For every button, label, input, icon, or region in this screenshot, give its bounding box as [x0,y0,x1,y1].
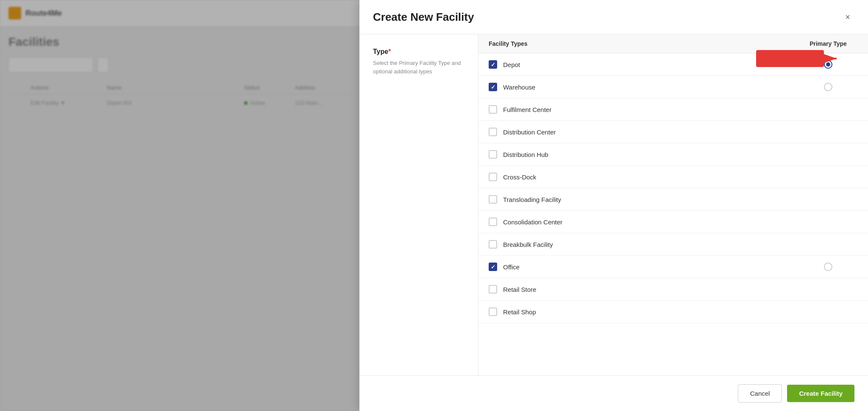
facility-type-row-left: Distribution Hub [489,150,798,159]
facility-type-row: Distribution Hub [479,143,868,166]
modal-title: Create New Facility [373,11,474,24]
facility-type-name: Retail Shop [503,308,536,316]
facility-type-checkbox[interactable] [489,128,497,136]
close-button[interactable]: × [841,10,854,24]
facility-type-checkbox[interactable] [489,60,497,69]
facility-type-radio[interactable] [824,83,832,91]
facility-type-row-left: Consolidation Center [489,218,798,226]
facility-type-row: Retail Store [479,278,868,301]
facility-types-list: Facility Types Primary Type DepotWarehou… [478,34,868,375]
facility-type-row-left: Breakbulk Facility [489,240,798,249]
facility-types-column-header: Facility Types [489,40,798,47]
type-field-description: Select the Primary Facility Type and opt… [373,59,465,75]
type-rows-container: DepotWarehouseFulfilment CenterDistribut… [479,53,868,323]
facility-type-row-left: Transloading Facility [489,195,798,204]
facility-type-checkbox[interactable] [489,218,497,226]
facility-type-row: Warehouse [479,76,868,98]
facility-type-row-left: Retail Store [489,285,798,294]
facility-type-row-left: Depot [489,60,798,69]
facility-type-radio[interactable] [824,263,832,271]
facility-type-name: Depot [503,61,520,68]
facility-type-checkbox[interactable] [489,195,497,204]
modal-body: Type* Select the Primary Facility Type a… [359,34,868,375]
facility-type-checkbox[interactable] [489,150,497,159]
facility-type-row: Depot [479,53,868,76]
facility-type-checkbox[interactable] [489,173,497,181]
primary-type-column-header: Primary Type [798,40,858,47]
type-field-label: Type* [373,48,465,56]
facility-type-name: Transloading Facility [503,196,561,203]
facility-type-row-left: Warehouse [489,83,798,91]
facility-type-row-left: Cross-Dock [489,173,798,181]
facility-type-row-left: Distribution Center [489,128,798,136]
facility-type-row: Distribution Center [479,121,868,143]
modal-panel: Create New Facility × Type* Select the P… [359,0,868,411]
facility-type-row: Transloading Facility [479,188,868,211]
facility-type-name: Cross-Dock [503,173,536,181]
facility-type-primary-cell [798,60,858,69]
facility-type-checkbox[interactable] [489,308,497,316]
facility-type-checkbox[interactable] [489,83,497,91]
facility-type-row: Office [479,256,868,278]
facility-type-row: Fulfilment Center [479,98,868,121]
create-facility-button[interactable]: Create Facility [787,385,854,402]
facility-type-name: Fulfilment Center [503,106,551,113]
facility-type-checkbox[interactable] [489,285,497,294]
facility-type-name: Retail Store [503,286,536,293]
modal-footer: Cancel Create Facility [359,375,868,411]
type-description-section: Type* Select the Primary Facility Type a… [359,34,478,375]
facility-type-primary-cell [798,263,858,271]
facility-type-checkbox[interactable] [489,105,497,114]
facility-type-checkbox[interactable] [489,263,497,271]
facility-type-name: Warehouse [503,84,535,91]
facility-type-row: Consolidation Center [479,211,868,233]
facility-type-row: Retail Shop [479,301,868,323]
facility-type-name: Consolidation Center [503,218,562,226]
facility-type-primary-cell [798,83,858,91]
types-column-headers: Facility Types Primary Type [479,34,868,53]
facility-type-name: Breakbulk Facility [503,241,553,248]
cancel-button[interactable]: Cancel [738,384,782,403]
facility-type-name: Office [503,263,520,271]
facility-type-checkbox[interactable] [489,240,497,249]
modal-header: Create New Facility × [359,0,868,34]
modal-overlay [0,0,359,411]
facility-type-name: Distribution Center [503,129,556,136]
facility-type-row-left: Retail Shop [489,308,798,316]
facility-type-row: Cross-Dock [479,166,868,188]
facility-type-name: Distribution Hub [503,151,548,158]
facility-type-row-left: Fulfilment Center [489,105,798,114]
facility-type-row-left: Office [489,263,798,271]
facility-type-radio[interactable] [824,60,832,69]
facility-type-row: Breakbulk Facility [479,233,868,256]
